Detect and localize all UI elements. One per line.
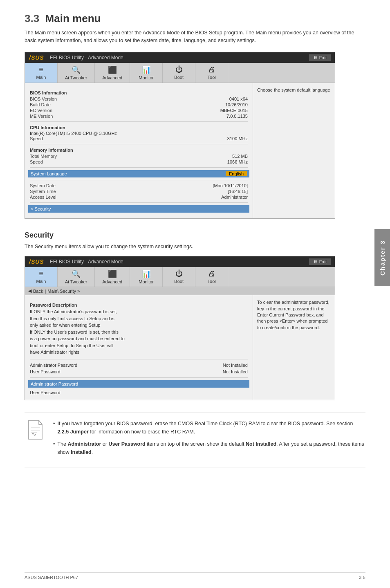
bios-nav-2: ≡ Main 🔍 Ai Tweaker ⬛ Advanced 📊 Monitor…	[25, 267, 335, 287]
section-33-title: 3.3 Main menu	[25, 12, 365, 25]
nav-boot-2[interactable]: ⏻ Boot	[163, 267, 195, 287]
main-menu-title: Main menu	[45, 12, 101, 25]
bios-titlebar-1: /SUS EFI BIOS Utility - Advanced Mode 🖥 …	[25, 52, 335, 63]
bios-info-title: BIOS Information	[30, 90, 248, 95]
bios-right-2: To clear the administrator password, key…	[253, 295, 335, 400]
back-arrow-icon: ◀	[28, 288, 31, 294]
exit-icon-1: 🖥	[313, 55, 318, 60]
back-label[interactable]: Back	[33, 289, 43, 294]
nav-advanced-2[interactable]: ⬛ Advanced	[95, 267, 130, 287]
nav-advanced-1[interactable]: ⬛ Advanced	[95, 63, 130, 83]
bios-titlebar-2: /SUS EFI BIOS Utility - Advanced Mode 🖥 …	[25, 256, 335, 267]
bios-title-2: EFI BIOS Utility - Advanced Mode	[50, 259, 123, 265]
chapter-sidebar: Chapter 3	[374, 229, 390, 286]
mem-speed-row: Speed 1066 MHz	[30, 159, 248, 165]
nav-monitor-1[interactable]: 📊 Monitor	[130, 63, 163, 83]
nav-monitor-2[interactable]: 📊 Monitor	[130, 267, 163, 287]
section-desc: The Main menu screen appears when you en…	[25, 29, 365, 45]
footer-right: 3-5	[359, 575, 365, 580]
note-item-2: The Administrator or User Password items…	[53, 440, 365, 456]
main-icon-2: ≡	[39, 269, 43, 278]
security-row[interactable]: > Security	[28, 205, 249, 213]
exit-button-2[interactable]: 🖥 Exit	[309, 258, 331, 265]
bios-title-1: EFI BIOS Utility - Advanced Mode	[50, 55, 123, 61]
sys-date-row: System Date [Mon 10/11/2010]	[30, 183, 248, 189]
nav-tool-2[interactable]: 🖨 Tool	[195, 267, 228, 287]
monitor-icon-1: 📊	[142, 65, 151, 74]
bios-left-2: Password Description If ONLY the Adminis…	[25, 295, 253, 400]
cpu-info-title: CPU Information	[30, 125, 248, 130]
nav-ai-tweaker-1[interactable]: 🔍 Ai Tweaker	[58, 63, 95, 83]
advanced-icon-1: ⬛	[108, 65, 117, 74]
sys-lang-row[interactable]: System Language English	[28, 170, 249, 177]
note-item-1: If you have forgotten your BIOS password…	[53, 420, 365, 436]
ec-version-row: EC Version MBECE-0015	[30, 108, 248, 113]
exit-button-1[interactable]: 🖥 Exit	[309, 54, 331, 61]
boot-icon-2: ⏻	[175, 269, 183, 278]
user-pwd-highlight[interactable]: User Password	[30, 389, 248, 396]
ai-tweaker-icon-2: 🔍	[72, 269, 81, 278]
bios-screenshot-1: /SUS EFI BIOS Utility - Advanced Mode 🖥 …	[25, 52, 335, 219]
bios-breadcrumb: ◀ Back | Main\ Security >	[25, 287, 335, 295]
bios-version-row: BIOS Version 0401 x64	[30, 96, 248, 102]
asus-logo-2: /SUS	[29, 258, 44, 265]
note-icon	[25, 420, 45, 440]
note-content: If you have forgotten your BIOS password…	[53, 420, 365, 460]
nav-boot-1[interactable]: ⏻ Boot	[163, 63, 195, 83]
nav-ai-tweaker-2[interactable]: 🔍 Ai Tweaker	[58, 267, 95, 287]
mem-total-row: Total Memory 512 MB	[30, 153, 248, 159]
monitor-icon-2: 📊	[142, 269, 151, 278]
asus-logo-1: /SUS	[29, 54, 44, 61]
security-section-header: Security The Security menu items allow y…	[25, 231, 365, 251]
note-box: If you have forgotten your BIOS password…	[25, 413, 365, 467]
page-footer: ASUS SABERTOOTH P67 3-5	[25, 572, 365, 580]
bios-right-1: Choose the system default language	[253, 83, 335, 218]
pwd-desc-text: If ONLY the Administrator's password is …	[30, 308, 248, 356]
admin-pwd-highlight[interactable]: Administrator Password	[28, 380, 249, 388]
boot-icon-1: ⏻	[175, 65, 183, 74]
bios-screenshot-2: /SUS EFI BIOS Utility - Advanced Mode 🖥 …	[25, 256, 335, 400]
footer-left: ASUS SABERTOOTH P67	[25, 575, 78, 580]
cpu-model: Intel(R) Core(TM) i5-2400 CPU @ 3.10GHz	[30, 131, 248, 136]
main-icon-1: ≡	[39, 65, 43, 74]
advanced-icon-2: ⬛	[108, 269, 117, 278]
build-date-row: Build Date 10/26/2010	[30, 102, 248, 108]
nav-tool-1[interactable]: 🖨 Tool	[195, 63, 228, 83]
pwd-desc-title: Password Description	[30, 303, 248, 307]
security-title: Security	[25, 231, 365, 240]
security-desc: The Security menu items allow you to cha…	[25, 243, 365, 251]
breadcrumb-sep: |	[45, 289, 46, 294]
tool-icon-2: 🖨	[208, 269, 215, 278]
bios-nav-1: ≡ Main 🔍 Ai Tweaker ⬛ Advanced 📊 Monitor…	[25, 63, 335, 83]
mem-info-title: Memory Information	[30, 148, 248, 153]
section-number: 3.3	[25, 12, 39, 25]
bios-body-2: Password Description If ONLY the Adminis…	[25, 295, 335, 400]
admin-pwd-row: Administrator Password Not Installed	[30, 362, 248, 368]
sys-time-row: System Time [16:46:15]	[30, 189, 248, 194]
me-version-row: ME Version 7.0.0.1135	[30, 113, 248, 119]
nav-main-1[interactable]: ≡ Main	[25, 63, 58, 83]
ai-tweaker-icon-1: 🔍	[72, 65, 81, 74]
user-pwd-row: User Password Not Installed	[30, 368, 248, 375]
nav-main-2[interactable]: ≡ Main	[25, 267, 58, 287]
access-level-row: Access Level Administrator	[30, 194, 248, 200]
tool-icon-1: 🖨	[208, 65, 215, 74]
bios-body-1: BIOS Information BIOS Version 0401 x64 B…	[25, 83, 335, 218]
breadcrumb-path: Main\ Security >	[47, 289, 80, 294]
cpu-speed-row: Speed 3100 MHz	[30, 136, 248, 141]
bios-left-1: BIOS Information BIOS Version 0401 x64 B…	[25, 83, 253, 218]
exit-icon-2: 🖥	[313, 259, 318, 264]
